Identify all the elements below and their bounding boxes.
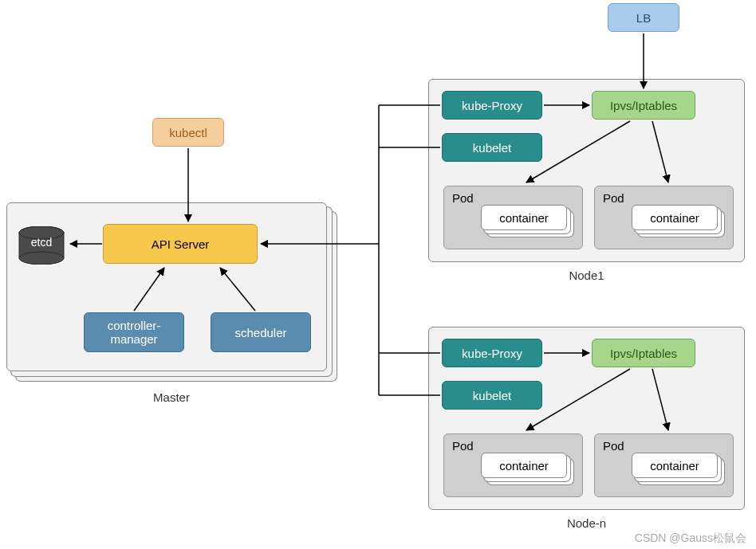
master-label: Master bbox=[6, 390, 337, 404]
lb-box: LB bbox=[608, 3, 679, 32]
node1-ipvs-box: Ipvs/Iptables bbox=[592, 91, 695, 120]
noden-kubelet-box: kubelet bbox=[442, 381, 542, 410]
node1-pod1-label: Pod bbox=[452, 191, 474, 205]
watermark-text: CSDN @Gauss松鼠会 bbox=[635, 531, 746, 546]
noden-ipvs-box: Ipvs/Iptables bbox=[592, 339, 695, 367]
noden-pod1-label: Pod bbox=[452, 439, 474, 453]
etcd-label: etcd bbox=[18, 236, 65, 249]
node1-kubelet-box: kubelet bbox=[442, 133, 542, 162]
node1-pod2-label: Pod bbox=[603, 191, 624, 205]
scheduler-box: scheduler bbox=[211, 312, 311, 352]
controller-manager-box: controller- manager bbox=[84, 312, 184, 352]
noden-kube-proxy-box: kube-Proxy bbox=[442, 339, 542, 367]
node1-label: Node1 bbox=[428, 269, 745, 282]
noden-pod2-label: Pod bbox=[603, 439, 624, 453]
noden-pod2-container-box: container bbox=[632, 453, 718, 478]
node1-pod1-container-box: container bbox=[481, 205, 567, 230]
node1-pod2-container-box: container bbox=[632, 205, 718, 230]
api-server-box: API Server bbox=[103, 224, 258, 264]
node1-kube-proxy-box: kube-Proxy bbox=[442, 91, 542, 120]
svg-point-2 bbox=[19, 252, 64, 265]
noden-label: Node-n bbox=[428, 516, 745, 530]
noden-pod1-container-box: container bbox=[481, 453, 567, 478]
kubectl-box: kubectl bbox=[152, 118, 224, 147]
